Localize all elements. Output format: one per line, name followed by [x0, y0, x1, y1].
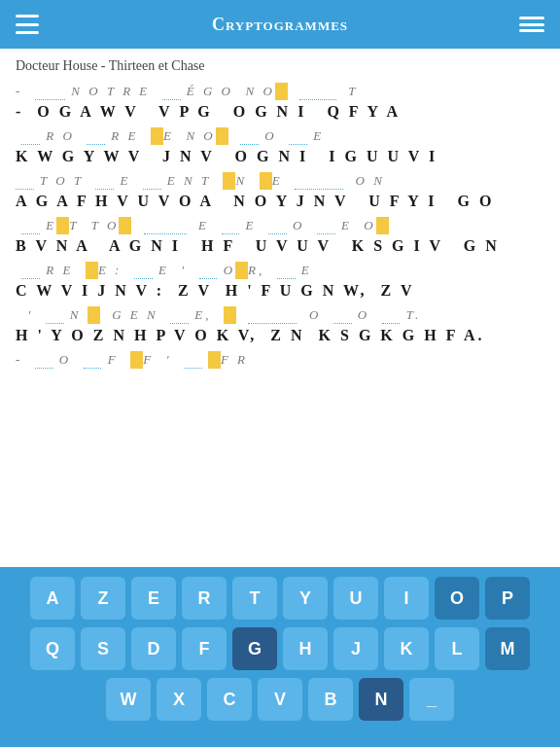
line-pair-5: R E E : E ' O R, E C W V I J N V : Z V H…	[16, 261, 544, 302]
key-C[interactable]: C	[207, 678, 252, 721]
cipher-row-5: C W V I J N V : Z V H ' F U G N W, Z V	[16, 280, 544, 302]
key-A[interactable]: A	[30, 577, 75, 620]
menu-icon[interactable]	[519, 17, 544, 32]
line-pair-6: ' N G E N E, O O T.	[16, 305, 544, 346]
cipher-row-1: - O G A W V V P G O G N I Q F Y A	[16, 101, 544, 123]
plain-row-4: E T T O E E O E O	[16, 216, 544, 235]
plain-row-7: - O F F ' F R	[16, 350, 544, 370]
key-F[interactable]: F	[182, 627, 227, 670]
key-underscore[interactable]: _	[409, 678, 454, 721]
cipher-row-6: H ' Y O Z N H P V O K V, Z N K S G K G H…	[16, 325, 544, 346]
key-O[interactable]: O	[435, 577, 479, 620]
line-pair-7: - O F F ' F R	[16, 350, 544, 370]
line-pair-3: T O T E E N T N E O N A G A F H V U V O …	[16, 171, 544, 212]
plain-row-1: - N O T R E É G O N O T	[16, 82, 544, 101]
plain-row-5: R E E : E ' O R, E	[16, 261, 544, 280]
bars-icon[interactable]	[16, 15, 39, 34]
key-H[interactable]: H	[283, 627, 328, 670]
key-N[interactable]: N	[359, 678, 403, 721]
key-J[interactable]: J	[333, 627, 378, 670]
key-L[interactable]: L	[435, 627, 479, 670]
app-header: Cryptogrammes	[0, 0, 560, 49]
key-G[interactable]: G	[232, 627, 277, 670]
key-X[interactable]: X	[157, 678, 201, 721]
keyboard-row-2: Q S D F G H J K L M	[8, 627, 552, 670]
key-M[interactable]: M	[485, 627, 530, 670]
line-pair-1: - N O T R E É G O N O T - O G A W V V P …	[16, 82, 544, 123]
content-area: Docteur House - Thirteen et Chase - N O …	[0, 49, 560, 567]
key-R[interactable]: R	[182, 577, 227, 620]
key-Z[interactable]: Z	[81, 577, 125, 620]
line-pair-4: E T T O E E O E O B V N A	[16, 216, 544, 257]
app-title: Cryptogrammes	[212, 15, 348, 35]
keyboard-row-1: A Z E R T Y U I O P	[8, 577, 552, 620]
cipher-row-2: K W G Y W V J N V O G N I I G U U V I	[16, 146, 544, 167]
plain-row-6: ' N G E N E, O O T.	[16, 305, 544, 325]
key-Y[interactable]: Y	[283, 577, 328, 620]
cipher-row-4: B V N A A G N I H F U V U V K S G I V G …	[16, 235, 544, 257]
key-W[interactable]: W	[106, 678, 151, 721]
key-V[interactable]: V	[258, 678, 302, 721]
plain-row-2: R O R E E N O O E	[16, 126, 544, 146]
cipher-row-3: A G A F H V U V O A N O Y J N V U F Y I …	[16, 191, 544, 212]
keyboard: A Z E R T Y U I O P Q S D F G H J K L M …	[0, 567, 560, 747]
key-I[interactable]: I	[384, 577, 429, 620]
key-D[interactable]: D	[131, 627, 176, 670]
key-P[interactable]: P	[485, 577, 530, 620]
key-Q[interactable]: Q	[30, 627, 75, 670]
keyboard-row-3: W X C V B N _	[8, 678, 552, 721]
key-S[interactable]: S	[81, 627, 125, 670]
puzzle-subtitle: Docteur House - Thirteen et Chase	[16, 58, 544, 74]
key-B[interactable]: B	[308, 678, 353, 721]
key-K[interactable]: K	[384, 627, 429, 670]
key-T[interactable]: T	[232, 577, 277, 620]
scroll-content: Docteur House - Thirteen et Chase - N O …	[16, 58, 544, 567]
plain-row-3: T O T E E N T N E O N	[16, 171, 544, 191]
key-E[interactable]: E	[131, 577, 176, 620]
line-pair-2: R O R E E N O O E K W G Y W V J N V O G …	[16, 126, 544, 167]
key-U[interactable]: U	[333, 577, 378, 620]
